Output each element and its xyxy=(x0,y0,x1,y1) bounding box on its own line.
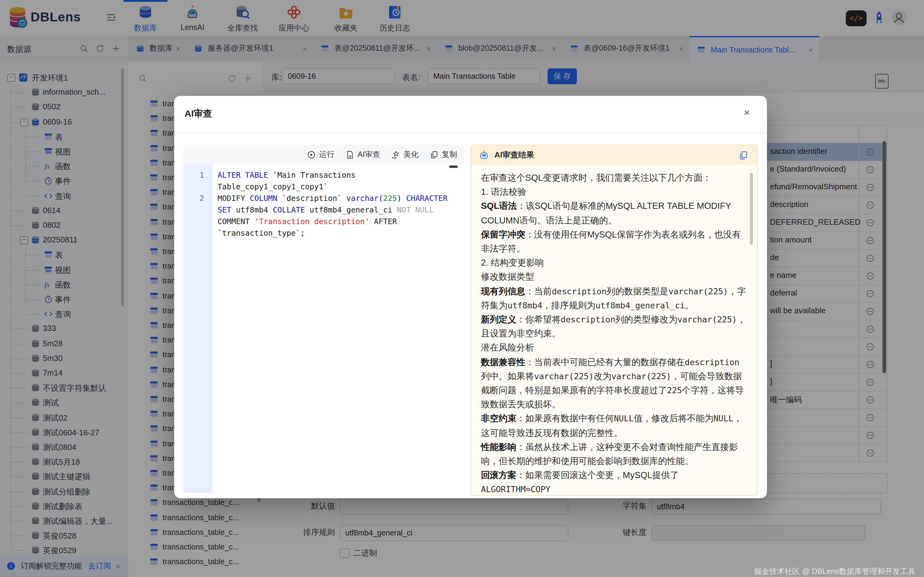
code-text: ALTER TABLE `Main Transactions Table_cop… xyxy=(213,169,464,192)
toolbar-button-label: 运行 xyxy=(319,149,334,160)
svg-text:AI: AI xyxy=(349,155,351,158)
run-icon xyxy=(307,150,316,159)
line-number: 1 xyxy=(183,169,213,192)
review-paragraph: 在审查这个SQL变更请求时，我们需要关注以下几个方面： xyxy=(481,171,747,185)
ai-review-header: AI审查结果 xyxy=(470,145,758,165)
sql-editor[interactable]: 1ALTER TABLE `Main Transactions Table_co… xyxy=(183,164,464,493)
copy-result-icon[interactable] xyxy=(738,150,749,161)
modal-title: AI审查 xyxy=(184,108,212,120)
scroll-indicator xyxy=(449,166,458,168)
modal-close-icon[interactable]: × xyxy=(744,107,750,119)
app-window: DBLens 数据库LensAI全库查找应用中心收藏夹历史日志 </> 数据源 … xyxy=(0,0,924,577)
svg-text:SQL: SQL xyxy=(392,156,397,159)
code-text: MODIFY COLUMN `description` varchar(225)… xyxy=(213,192,464,239)
code-line: 2MODIFY COLUMN `description` varchar(225… xyxy=(183,192,464,239)
review-paragraph: 回滚方案：如果需要回滚这个变更，MySQL提供了ALGORITHM=COPY xyxy=(481,469,747,496)
toolbar-copy-button[interactable]: 复制 xyxy=(430,149,457,160)
toolbar-beautify-button[interactable]: SQL美化 xyxy=(391,149,418,160)
review-paragraph: 修改数据类型 xyxy=(481,270,747,284)
code-line: 1ALTER TABLE `Main Transactions Table_co… xyxy=(183,169,464,192)
ai-doc-icon: AI xyxy=(345,150,354,159)
review-scrollbar[interactable] xyxy=(750,173,753,245)
toolbar-run-button[interactable]: 运行 xyxy=(307,149,334,160)
review-paragraph: 1. 语法校验 xyxy=(481,185,747,199)
watermark: 掘金技术社区 @ DBLens数据库管理和开发工具 xyxy=(754,567,916,577)
review-paragraph: 潜在风险分析 xyxy=(481,341,747,355)
toolbar-button-label: AI审查 xyxy=(357,149,380,160)
review-paragraph: 非空约束：如果原有数据中有任何NULL值，修改后将不能为NULL，这可能导致违反… xyxy=(481,412,747,440)
ai-review-title: AI审查结果 xyxy=(494,150,534,161)
review-paragraph: 2. 结构变更影响 xyxy=(481,256,747,270)
copy-icon xyxy=(430,150,439,159)
review-paragraph: 现有列信息：当前description列的数据类型是varchar(225)，字… xyxy=(481,284,747,313)
line-number: 2 xyxy=(183,192,213,239)
review-paragraph: SQL语法：该SQL语句是标准的MySQL ALTER TABLE MODIFY… xyxy=(481,199,747,228)
ai-review-modal: AI审查 × 运行AIAI审查SQL美化复制 1ALTER TABLE `Mai… xyxy=(174,96,767,498)
beautify-icon: SQL xyxy=(391,150,400,159)
review-paragraph: 保留字冲突：没有使用任何MySQL保留字作为表名或列名，也没有非法字符。 xyxy=(481,228,747,256)
review-paragraph: 性能影响：虽然从技术上讲，这种变更不会对查询性能产生直接影响，但长期的维护和使用… xyxy=(481,440,747,469)
review-paragraph: 数据兼容性：当前表中可能已经有大量的数据存储在description列中。如果将… xyxy=(481,355,747,412)
divider xyxy=(174,132,767,133)
robot-icon xyxy=(478,150,489,161)
sql-toolbar: 运行AIAI审查SQL美化复制 xyxy=(183,145,464,164)
toolbar-ai-doc-button[interactable]: AIAI审查 xyxy=(345,149,380,160)
ai-review-content: 在审查这个SQL变更请求时，我们需要关注以下几个方面：1. 语法校验SQL语法：… xyxy=(470,165,758,496)
review-paragraph: 新列定义：你希望将description列的类型修改为varchar(225)，… xyxy=(481,313,747,341)
toolbar-button-label: 复制 xyxy=(442,149,457,160)
toolbar-button-label: 美化 xyxy=(403,149,418,160)
ai-review-panel: AI审查结果 在审查这个SQL变更请求时，我们需要关注以下几个方面：1. 语法校… xyxy=(470,145,758,496)
